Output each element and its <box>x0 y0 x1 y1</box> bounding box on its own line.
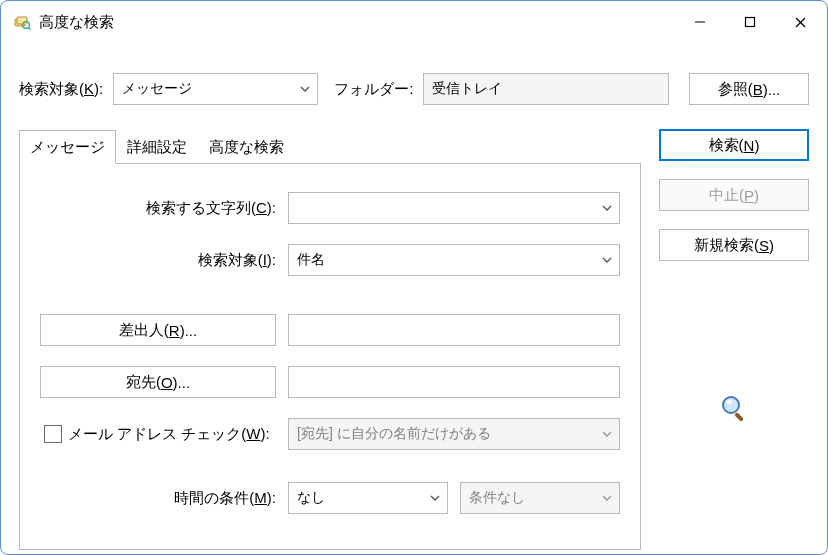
svg-rect-5 <box>746 18 755 27</box>
magnifier-icon <box>719 393 749 423</box>
search-in-label: 検索対象(I): <box>40 251 276 270</box>
chevron-down-icon <box>299 83 311 95</box>
browse-button[interactable]: 参照(B)... <box>689 73 809 105</box>
look-for-select[interactable]: メッセージ <box>113 73 318 105</box>
time-value: なし <box>297 489 325 507</box>
message-panel: 検索する文字列(C): 検索対象(I): 件名 差出人(R)... <box>19 164 641 550</box>
from-input[interactable] <box>288 314 620 346</box>
top-row: 検索対象(K): メッセージ フォルダー: 受信トレイ 参照(B)... <box>19 73 809 105</box>
to-button[interactable]: 宛先(O)... <box>40 366 276 398</box>
chevron-down-icon <box>601 254 613 266</box>
search-text-input[interactable] <box>288 192 620 224</box>
where-i-am-label: メール アドレス チェック(W): <box>68 425 270 444</box>
where-i-am-value: [宛先] に自分の名前だけがある <box>297 425 491 443</box>
chevron-down-icon <box>429 492 441 504</box>
where-i-am-checkbox-row: メール アドレス チェック(W): <box>40 425 276 444</box>
from-button[interactable]: 差出人(R)... <box>40 314 276 346</box>
search-text-label: 検索する文字列(C): <box>40 199 276 218</box>
folder-value: 受信トレイ <box>432 80 502 98</box>
maximize-button[interactable] <box>725 2 775 42</box>
titlebar: 高度な検索 <box>1 1 827 43</box>
new-search-button[interactable]: 新規検索(S) <box>659 229 809 261</box>
tabbar: メッセージ 詳細設定 高度な検索 <box>19 129 641 164</box>
chevron-down-icon <box>601 428 613 440</box>
stop-button: 中止(P) <box>659 179 809 211</box>
svg-point-8 <box>723 397 739 413</box>
svg-point-9 <box>726 400 732 404</box>
tab-advanced-settings[interactable]: 詳細設定 <box>116 130 198 164</box>
find-now-button[interactable]: 検索(N) <box>659 129 809 161</box>
look-for-label: 検索対象(K): <box>19 80 103 99</box>
svg-line-3 <box>29 28 31 30</box>
to-input[interactable] <box>288 366 620 398</box>
time-label: 時間の条件(M): <box>40 489 276 508</box>
time-select[interactable]: なし <box>288 482 448 514</box>
time-condition-select: 条件なし <box>460 482 620 514</box>
folder-label: フォルダー: <box>334 80 413 99</box>
tab-advanced-find[interactable]: 高度な検索 <box>198 130 295 164</box>
folder-field: 受信トレイ <box>423 73 669 105</box>
tab-message[interactable]: メッセージ <box>19 130 116 164</box>
svg-rect-10 <box>734 412 744 422</box>
where-i-am-select: [宛先] に自分の名前だけがある <box>288 418 620 450</box>
time-condition-value: 条件なし <box>469 489 525 507</box>
search-in-value: 件名 <box>297 251 325 269</box>
close-button[interactable] <box>775 2 825 42</box>
app-icon <box>13 13 31 31</box>
svg-rect-1 <box>17 17 27 24</box>
chevron-down-icon <box>601 202 613 214</box>
where-i-am-checkbox[interactable] <box>44 425 62 443</box>
window-title: 高度な検索 <box>39 13 114 32</box>
look-for-value: メッセージ <box>122 80 192 98</box>
minimize-button[interactable] <box>675 2 725 42</box>
chevron-down-icon <box>601 492 613 504</box>
search-in-select[interactable]: 件名 <box>288 244 620 276</box>
